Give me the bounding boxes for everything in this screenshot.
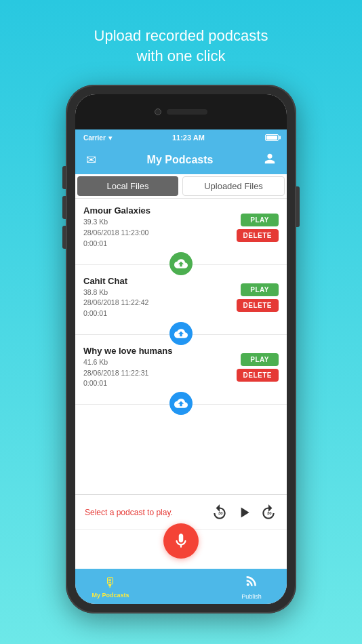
- speaker-slot: [167, 109, 207, 115]
- delete-button-0[interactable]: DELETE: [237, 229, 279, 242]
- mail-icon[interactable]: ✉: [86, 153, 96, 167]
- status-left: Carrier ▾: [83, 134, 112, 142]
- camera: [155, 108, 161, 115]
- podcast-meta-1: 38.8 Kb 28/06/2018 11:22:42 0:00:01: [83, 287, 237, 319]
- upload-button-2[interactable]: [169, 392, 193, 415]
- battery-icon: [265, 134, 279, 141]
- podcast-info-0: Amour Galaxies 39.3 Kb 28/06/2018 11:23:…: [83, 205, 237, 249]
- tab-uploaded-files[interactable]: Uploaded Files: [182, 176, 285, 196]
- play-pause-button[interactable]: [235, 504, 253, 521]
- upload-button-1[interactable]: [169, 322, 193, 345]
- delete-button-1[interactable]: DELETE: [237, 299, 279, 312]
- tagline-line1: Upload recorded podcasts: [94, 26, 268, 46]
- podcast-title-2: Why we love humans: [83, 346, 237, 356]
- publish-nav-icon: [244, 573, 259, 592]
- podcast-actions-2: PLAY DELETE: [237, 353, 279, 382]
- phone-screen: Carrier ▾ 11:23 AM ✉ My Podcasts L: [75, 94, 287, 604]
- podcast-meta-2: 41.6 Kb 28/06/2018 11:22:31 0:00:01: [83, 357, 237, 389]
- podcast-info-1: Cahit Chat 38.8 Kb 28/06/2018 11:22:42 0…: [83, 276, 237, 319]
- user-icon[interactable]: [264, 153, 276, 168]
- podcasts-nav-icon: 🎙: [104, 575, 117, 590]
- status-bar: Carrier ▾ 11:23 AM: [75, 129, 287, 146]
- status-right: [265, 134, 279, 141]
- phone-top-bar: [75, 94, 287, 129]
- podcasts-nav-label: My Podcasts: [92, 592, 129, 599]
- delete-button-2[interactable]: DELETE: [237, 369, 279, 382]
- bottom-nav-item-publish[interactable]: Publish: [216, 569, 287, 604]
- tab-row: Local Files Uploaded Files: [75, 174, 287, 199]
- tagline: Upload recorded podcasts with one click: [94, 26, 268, 66]
- carrier-label: Carrier: [83, 134, 106, 142]
- podcast-actions-1: PLAY DELETE: [237, 283, 279, 312]
- battery-fill: [266, 136, 277, 140]
- forward-button[interactable]: 30: [260, 504, 277, 521]
- podcast-meta-0: 39.3 Kb 28/06/2018 11:23:00 0:00:01: [83, 217, 237, 249]
- publish-nav-label: Publish: [241, 593, 262, 600]
- mic-bar: [75, 529, 287, 569]
- player-controls: 30 30: [211, 504, 277, 521]
- mic-icon: [172, 532, 190, 550]
- podcast-title-0: Amour Galaxies: [83, 205, 237, 216]
- tab-local-files[interactable]: Local Files: [77, 176, 178, 196]
- tagline-line2: with one click: [94, 46, 268, 66]
- podcast-item-1: Cahit Chat 38.8 Kb 28/06/2018 11:22:42 0…: [75, 269, 287, 335]
- status-time: 11:23 AM: [172, 134, 205, 142]
- play-button-2[interactable]: PLAY: [241, 353, 279, 366]
- content-area: Amour Galaxies 39.3 Kb 28/06/2018 11:23:…: [75, 199, 287, 494]
- rewind-label: 30: [218, 510, 223, 515]
- bottom-nav: 🎙 My Podcasts Publish: [75, 569, 287, 604]
- podcast-info-2: Why we love humans 41.6 Kb 28/06/2018 11…: [83, 346, 237, 389]
- nav-title: My Podcasts: [147, 154, 214, 166]
- podcast-title-1: Cahit Chat: [83, 276, 237, 286]
- phone-wrapper: Carrier ▾ 11:23 AM ✉ My Podcasts L: [66, 85, 296, 613]
- player-status: Select a podcast to play.: [85, 508, 173, 517]
- wifi-icon: ▾: [108, 134, 112, 142]
- podcast-item-0: Amour Galaxies 39.3 Kb 28/06/2018 11:23:…: [75, 199, 287, 264]
- upload-button-0[interactable]: [169, 252, 193, 275]
- play-button-1[interactable]: PLAY: [241, 283, 279, 296]
- nav-bar: ✉ My Podcasts: [75, 146, 287, 174]
- mic-button[interactable]: [163, 523, 199, 559]
- podcast-actions-0: PLAY DELETE: [237, 214, 279, 242]
- play-button-0[interactable]: PLAY: [241, 214, 279, 226]
- rewind-button[interactable]: 30: [211, 504, 228, 521]
- podcast-item-2: Why we love humans 41.6 Kb 28/06/2018 11…: [75, 339, 287, 405]
- forward-label: 30: [267, 510, 272, 515]
- bottom-nav-item-podcasts[interactable]: 🎙 My Podcasts: [75, 569, 146, 604]
